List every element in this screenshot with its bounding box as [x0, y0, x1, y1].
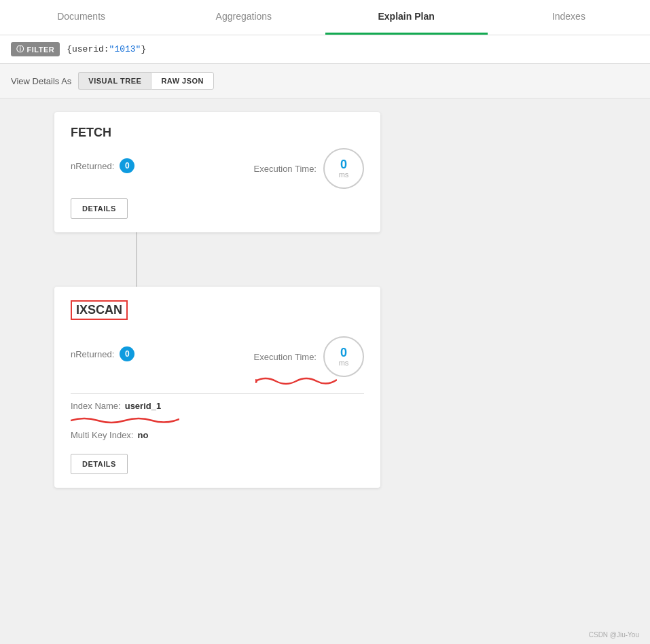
filter-badge[interactable]: ⓘ FILTER — [11, 42, 60, 56]
fetch-card: FETCH nReturned: 0 Execution Time: 0 ms … — [54, 112, 380, 232]
ixscan-card: IXSCAN nReturned: 0 Execution Time: 0 ms — [54, 287, 380, 488]
tab-documents[interactable]: Documents — [0, 0, 162, 35]
ixscan-title: IXSCAN — [71, 300, 128, 320]
ixscan-nreturned-label: nReturned: — [71, 349, 114, 359]
view-toolbar: View Details As VISUAL TREE RAW JSON — [0, 64, 650, 99]
filter-icon: ⓘ — [16, 44, 24, 54]
fetch-nreturned-row: nReturned: 0 — [71, 158, 134, 173]
ixscan-exec-label: Execution Time: — [254, 352, 317, 362]
fetch-stats: nReturned: 0 Execution Time: 0 ms — [71, 148, 364, 189]
view-details-label: View Details As — [11, 76, 71, 86]
visual-tree-button[interactable]: VISUAL TREE — [78, 72, 151, 90]
ixscan-exec-unit: ms — [339, 359, 349, 367]
tab-explain-plan[interactable]: Explain Plan — [325, 0, 488, 35]
fetch-details-button[interactable]: DETAILS — [71, 198, 128, 219]
ixscan-exec-circle: 0 ms — [323, 336, 364, 377]
filter-query: {userid:"1013"} — [67, 44, 146, 54]
fetch-exec-unit: ms — [339, 171, 349, 179]
plan-tree: FETCH nReturned: 0 Execution Time: 0 ms … — [27, 112, 623, 488]
fetch-exec-circle: 0 ms — [323, 148, 364, 189]
index-name-row: Index Name: userid_1 — [71, 401, 364, 411]
ixscan-divider — [71, 393, 364, 394]
main-content: FETCH nReturned: 0 Execution Time: 0 ms … — [0, 99, 650, 642]
fetch-nreturned-label: nReturned: — [71, 161, 114, 171]
tab-indexes[interactable]: Indexes — [488, 0, 650, 35]
ixscan-nreturned-row: nReturned: 0 — [71, 346, 134, 361]
index-name-label: Index Name: — [71, 401, 121, 411]
tabs-bar: Documents Aggregations Explain Plan Inde… — [0, 0, 650, 35]
ixscan-stats: nReturned: 0 Execution Time: 0 ms — [71, 336, 364, 377]
bottom-credit: CSDN @Jiu-You — [589, 631, 639, 639]
filter-bar: ⓘ FILTER {userid:"1013"} — [0, 35, 650, 64]
ixscan-exec-value: 0 — [340, 346, 347, 359]
index-name-value: userid_1 — [125, 401, 161, 411]
index-name-squiggle — [71, 415, 179, 425]
ixscan-details-button[interactable]: DETAILS — [71, 454, 128, 474]
fetch-exec-value: 0 — [340, 158, 347, 171]
multi-key-value: no — [138, 430, 149, 440]
ixscan-nreturned-value: 0 — [120, 346, 134, 361]
fetch-exec-label: Execution Time: — [254, 164, 317, 174]
filter-badge-label: FILTER — [27, 46, 55, 54]
tab-aggregations[interactable]: Aggregations — [162, 0, 325, 35]
tree-connector — [136, 232, 137, 287]
fetch-nreturned-value: 0 — [120, 158, 134, 173]
raw-json-button[interactable]: RAW JSON — [151, 72, 214, 90]
multi-key-row: Multi Key Index: no — [71, 430, 364, 440]
multi-key-label: Multi Key Index: — [71, 430, 134, 440]
fetch-title: FETCH — [71, 126, 364, 140]
